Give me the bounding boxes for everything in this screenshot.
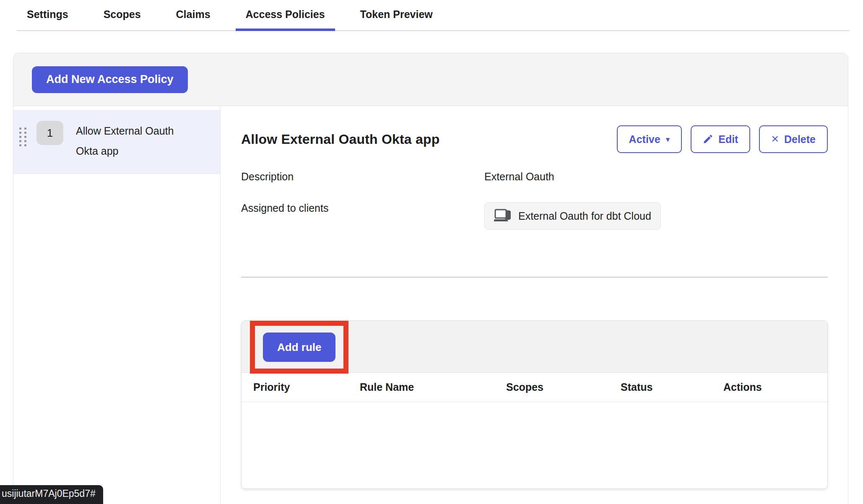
assigned-client-name: External Oauth for dbt Cloud — [518, 210, 651, 222]
policy-action-buttons: Active ▾ Edit × Delete — [617, 125, 828, 153]
description-label: Description — [241, 171, 484, 183]
delete-policy-button[interactable]: × Delete — [759, 125, 828, 153]
drag-handle-icon[interactable] — [19, 127, 26, 146]
tab-settings[interactable]: Settings — [17, 0, 78, 30]
status-dropdown-button[interactable]: Active ▾ — [617, 125, 682, 153]
rules-card: Add rule Priority Rule Name Scopes Statu… — [241, 320, 828, 489]
policies-card-header: Add New Access Policy — [13, 53, 848, 106]
policy-info-section: Description External Oauth Assigned to c… — [241, 171, 828, 230]
tab-bar: Settings Scopes Claims Access Policies T… — [17, 0, 850, 31]
close-x-icon: × — [771, 132, 779, 145]
edit-policy-button[interactable]: Edit — [691, 125, 750, 153]
edit-button-label: Edit — [718, 133, 738, 145]
column-header-scopes: Scopes — [506, 381, 621, 393]
tab-token-preview[interactable]: Token Preview — [350, 0, 443, 30]
column-header-status: Status — [621, 381, 723, 393]
client-app-icon — [494, 208, 512, 223]
access-policies-card: Add New Access Policy 1 Allow External O… — [13, 53, 848, 504]
chevron-down-icon: ▾ — [666, 135, 670, 143]
status-dropdown-label: Active — [629, 133, 660, 145]
policies-card-body: 1 Allow External Oauth Okta app Allow Ex… — [13, 106, 848, 504]
policy-list: 1 Allow External Oauth Okta app — [13, 106, 221, 504]
rules-table-body-empty — [242, 402, 827, 488]
link-preview-tooltip: usijiutarM7Aj0Ep5d7# — [0, 485, 103, 504]
policy-list-item-selected[interactable]: 1 Allow External Oauth Okta app — [13, 110, 220, 174]
assigned-clients-row: Assigned to clients — [241, 202, 828, 230]
rules-table-header: Priority Rule Name Scopes Status Actions — [242, 373, 827, 402]
rules-card-header: Add rule — [242, 321, 827, 373]
tab-scopes[interactable]: Scopes — [94, 0, 151, 30]
policy-title: Allow External Oauth Okta app — [241, 132, 439, 147]
column-header-priority: Priority — [253, 381, 360, 393]
column-header-actions: Actions — [723, 381, 827, 393]
add-new-access-policy-button[interactable]: Add New Access Policy — [32, 66, 188, 93]
tab-access-policies[interactable]: Access Policies — [236, 0, 335, 30]
section-divider — [241, 277, 828, 278]
policy-list-item-label: Allow External Oauth Okta app — [76, 121, 190, 161]
description-row: Description External Oauth — [241, 171, 828, 183]
policy-detail-header: Allow External Oauth Okta app Active ▾ E… — [241, 125, 828, 153]
highlight-annotation-box: Add rule — [250, 321, 348, 374]
policy-priority-badge: 1 — [36, 121, 63, 145]
pencil-icon — [703, 134, 713, 144]
delete-button-label: Delete — [784, 133, 816, 145]
assigned-client-chip[interactable]: External Oauth for dbt Cloud — [484, 202, 661, 230]
column-header-rule-name: Rule Name — [360, 381, 506, 393]
tab-claims[interactable]: Claims — [166, 0, 221, 30]
policy-detail-panel: Allow External Oauth Okta app Active ▾ E… — [221, 106, 848, 504]
assigned-to-clients-label: Assigned to clients — [241, 202, 484, 214]
description-value: External Oauth — [484, 171, 554, 183]
add-rule-button[interactable]: Add rule — [263, 333, 335, 362]
